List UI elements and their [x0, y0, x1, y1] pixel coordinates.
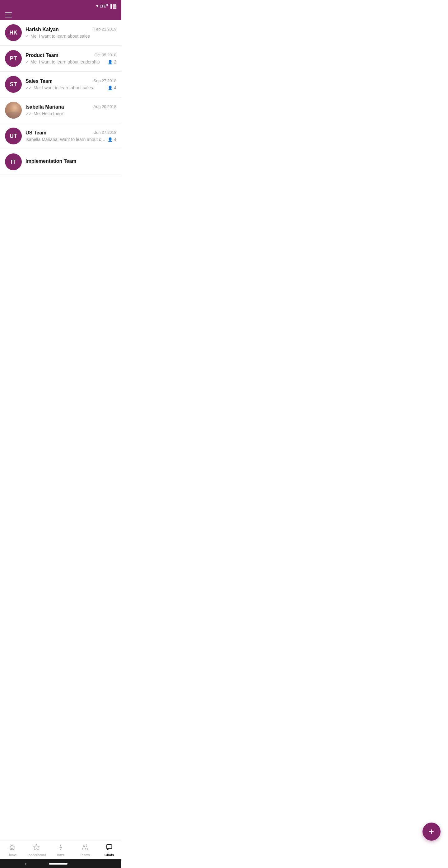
chat-name-us-team: US Team	[26, 130, 46, 136]
member-count-sales-team: 👤4	[108, 85, 116, 90]
chat-preview-us-team: Isabella Mariana: Want to learn about co…	[26, 137, 106, 142]
chat-content-isabella-mariana: Isabella MarianaAug 20,2018✓✓Me: Hello t…	[26, 104, 116, 116]
chat-top-harish-kalyan: Harish KalyanFeb 21,2019	[26, 27, 116, 32]
chat-bottom-us-team: Isabella Mariana: Want to learn about co…	[26, 137, 116, 142]
chat-bottom-sales-team: ✓✓Me: I want to learn about sales👤4	[26, 85, 116, 90]
count-label: 4	[114, 85, 116, 90]
preview-text-product-team: Me: I want to learn about leadership	[31, 59, 100, 64]
chat-date-product-team: Oct 05,2018	[94, 53, 116, 57]
chat-top-implementation-team: Implementation Team	[26, 158, 116, 164]
chat-bottom-isabella-mariana: ✓✓Me: Hello there	[26, 111, 116, 116]
people-icon: 👤	[108, 86, 113, 90]
chat-content-us-team: US TeamJun 27,2018Isabella Mariana: Want…	[26, 130, 116, 142]
preview-text-sales-team: Me: I want to learn about sales	[34, 85, 93, 90]
avatar-product-team: PT	[5, 50, 22, 67]
menu-button[interactable]	[5, 12, 12, 18]
battery-icon: ▓	[113, 3, 116, 8]
chat-name-sales-team: Sales Team	[26, 79, 53, 84]
preview-text-isabella-mariana: Me: Hello there	[34, 111, 63, 116]
chat-preview-isabella-mariana: ✓✓Me: Hello there	[26, 111, 116, 116]
avatar-isabella-mariana	[5, 102, 22, 119]
member-count-product-team: 👤2	[108, 59, 116, 64]
status-icons: ▾ LTER ▐ ▓	[96, 3, 116, 8]
count-label: 2	[114, 59, 116, 64]
chat-top-isabella-mariana: Isabella MarianaAug 20,2018	[26, 104, 116, 110]
chat-date-sales-team: Sep 27,2018	[93, 79, 116, 83]
chat-item-product-team[interactable]: PTProduct TeamOct 05,2018✓Me: I want to …	[0, 46, 121, 71]
lte-icon: LTER	[100, 3, 108, 8]
preview-text-harish-kalyan: Me: I want to learn about sales	[31, 34, 90, 39]
chat-content-implementation-team: Implementation Team	[26, 158, 116, 165]
chat-top-product-team: Product TeamOct 05,2018	[26, 53, 116, 58]
chat-date-harish-kalyan: Feb 21,2019	[94, 27, 116, 31]
avatar-sales-team: ST	[5, 76, 22, 93]
signal-icon: ▐	[109, 4, 112, 8]
double-check-icon-isabella-mariana: ✓✓	[26, 111, 31, 116]
chat-content-sales-team: Sales TeamSep 27,2018✓✓Me: I want to lea…	[26, 79, 116, 90]
chat-item-isabella-mariana[interactable]: Isabella MarianaAug 20,2018✓✓Me: Hello t…	[0, 97, 121, 123]
chat-top-us-team: US TeamJun 27,2018	[26, 130, 116, 136]
chat-item-us-team[interactable]: UTUS TeamJun 27,2018Isabella Mariana: Wa…	[0, 123, 121, 149]
chat-date-isabella-mariana: Aug 20,2018	[93, 104, 116, 109]
chat-list: HKHarish KalyanFeb 21,2019✓Me: I want to…	[0, 20, 121, 175]
chat-preview-sales-team: ✓✓Me: I want to learn about sales	[26, 85, 106, 90]
chat-bottom-product-team: ✓Me: I want to learn about leadership👤2	[26, 59, 116, 64]
double-check-icon-sales-team: ✓✓	[26, 85, 31, 90]
avatar-us-team: UT	[5, 128, 22, 145]
chat-name-product-team: Product Team	[26, 53, 59, 58]
chat-name-implementation-team: Implementation Team	[26, 158, 76, 164]
check-icon-harish-kalyan: ✓	[26, 34, 29, 39]
chat-name-isabella-mariana: Isabella Mariana	[26, 104, 64, 110]
chat-top-sales-team: Sales TeamSep 27,2018	[26, 79, 116, 84]
chat-content-harish-kalyan: Harish KalyanFeb 21,2019✓Me: I want to l…	[26, 27, 116, 39]
chat-name-harish-kalyan: Harish Kalyan	[26, 27, 59, 32]
check-icon-product-team: ✓	[26, 59, 29, 64]
people-icon: 👤	[108, 137, 113, 142]
avatar-harish-kalyan: HK	[5, 24, 22, 41]
chat-item-implementation-team[interactable]: ITImplementation Team	[0, 149, 121, 175]
status-bar: ▾ LTER ▐ ▓	[0, 0, 121, 11]
member-count-us-team: 👤4	[108, 137, 116, 142]
chat-item-harish-kalyan[interactable]: HKHarish KalyanFeb 21,2019✓Me: I want to…	[0, 20, 121, 46]
chat-item-sales-team[interactable]: STSales TeamSep 27,2018✓✓Me: I want to l…	[0, 71, 121, 97]
chat-date-us-team: Jun 27,2018	[94, 130, 116, 135]
chat-preview-product-team: ✓Me: I want to learn about leadership	[26, 59, 106, 64]
preview-text-us-team: Isabella Mariana: Want to learn about co…	[26, 137, 106, 142]
count-label: 4	[114, 137, 116, 142]
chat-content-product-team: Product TeamOct 05,2018✓Me: I want to le…	[26, 53, 116, 64]
header	[0, 11, 121, 20]
people-icon: 👤	[108, 60, 113, 64]
chat-bottom-harish-kalyan: ✓Me: I want to learn about sales	[26, 34, 116, 39]
wifi-icon: ▾	[96, 3, 98, 8]
avatar-implementation-team: IT	[5, 153, 22, 170]
chat-preview-harish-kalyan: ✓Me: I want to learn about sales	[26, 34, 116, 39]
